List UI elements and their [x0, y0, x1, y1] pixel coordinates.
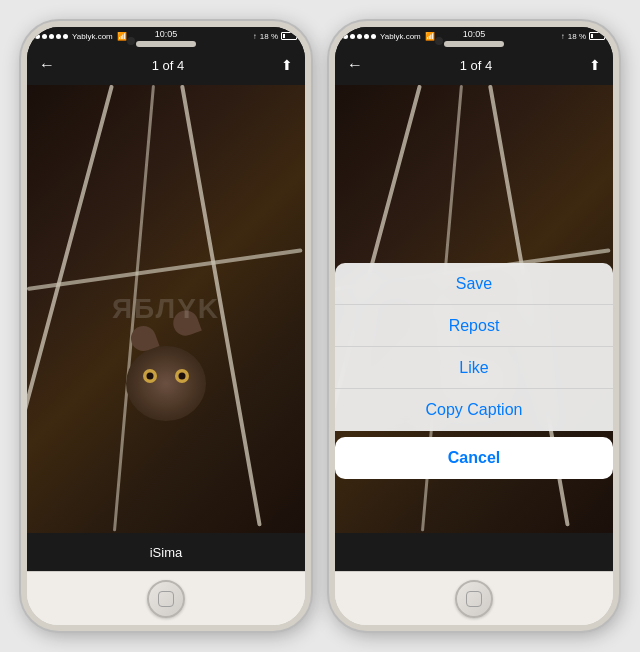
- carrier-left: Yablyk.com: [72, 32, 113, 41]
- back-button-right[interactable]: ←: [347, 56, 363, 74]
- speaker: [136, 41, 196, 47]
- home-button-container-right: [335, 571, 613, 625]
- dot2: [42, 34, 47, 39]
- watermark-left: ЯБЛYK: [112, 293, 220, 325]
- action-like[interactable]: Like: [335, 347, 613, 389]
- home-button-right[interactable]: [455, 580, 493, 618]
- cat-face-left: [126, 346, 206, 421]
- screen-right: Yablyk.com 📶 10:05 ↑ 18 % ← 1 of 4 ⬆: [335, 27, 613, 571]
- cat-photo-left: ЯБЛYK: [27, 85, 305, 533]
- phone-right: Yablyk.com 📶 10:05 ↑ 18 % ← 1 of 4 ⬆: [329, 21, 619, 631]
- signal-arrow-left: ↑: [253, 32, 257, 41]
- wifi-icon-right: 📶: [425, 32, 435, 41]
- home-button-left[interactable]: [147, 580, 185, 618]
- speaker-right: [444, 41, 504, 47]
- eye-right: [175, 369, 189, 383]
- time-right: 10:05: [463, 29, 486, 39]
- signal-dots-right: [343, 34, 376, 39]
- battery-right: [589, 32, 605, 40]
- nav-title-left: 1 of 4: [152, 58, 185, 73]
- home-button-inner-right: [466, 591, 482, 607]
- battery-pct-left: 18 %: [260, 32, 278, 41]
- dot3: [49, 34, 54, 39]
- photo-area-right: ЯБЛYK Save Repost Like Copy Caption Canc…: [335, 85, 613, 533]
- nav-bar-left: ← 1 of 4 ⬆: [27, 45, 305, 85]
- battery-pct-right: 18 %: [568, 32, 586, 41]
- battery-left: [281, 32, 297, 40]
- photo-area-left: ЯБЛYK: [27, 85, 305, 533]
- signal-dots: [35, 34, 68, 39]
- wifi-icon-left: 📶: [117, 32, 127, 41]
- share-button-left[interactable]: ⬆: [281, 57, 293, 73]
- screen-left: Yablyk.com 📶 10:05 ↑ 18 % ← 1 of 4 ⬆: [27, 27, 305, 571]
- home-button-inner-left: [158, 591, 174, 607]
- signal-arrow-right: ↑: [561, 32, 565, 41]
- share-button-right[interactable]: ⬆: [589, 57, 601, 73]
- action-save[interactable]: Save: [335, 263, 613, 305]
- action-sheet: Save Repost Like Copy Caption Cancel: [335, 263, 613, 479]
- action-repost[interactable]: Repost: [335, 305, 613, 347]
- back-button-left[interactable]: ←: [39, 56, 55, 74]
- phone-left: Yablyk.com 📶 10:05 ↑ 18 % ← 1 of 4 ⬆: [21, 21, 311, 631]
- time-left: 10:05: [155, 29, 178, 39]
- camera: [127, 37, 135, 45]
- caption-bar-left: iSima: [27, 533, 305, 571]
- caption-text-left: iSima: [150, 545, 183, 560]
- cat-eyes-left: [143, 369, 189, 383]
- cable1: [27, 85, 114, 518]
- action-sheet-bg: Save Repost Like Copy Caption: [335, 263, 613, 431]
- nav-title-right: 1 of 4: [460, 58, 493, 73]
- carrier-right: Yablyk.com: [380, 32, 421, 41]
- eye-left: [143, 369, 157, 383]
- dot5: [63, 34, 68, 39]
- caption-bar-right: [335, 533, 613, 571]
- dot4: [56, 34, 61, 39]
- dot1: [35, 34, 40, 39]
- action-cancel[interactable]: Cancel: [335, 437, 613, 479]
- action-copy-caption[interactable]: Copy Caption: [335, 389, 613, 431]
- battery-fill-left: [283, 34, 285, 38]
- home-button-container-left: [27, 571, 305, 625]
- camera-right: [435, 37, 443, 45]
- nav-bar-right: ← 1 of 4 ⬆: [335, 45, 613, 85]
